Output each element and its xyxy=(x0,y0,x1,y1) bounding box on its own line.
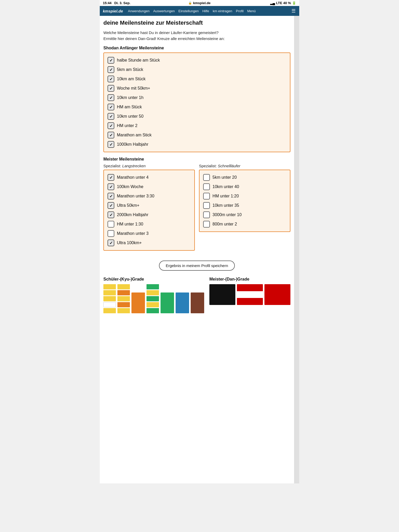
milestone-item[interactable]: Ultra 50km+ xyxy=(108,201,191,210)
belt-brown xyxy=(191,292,204,313)
status-right: ▂▄ LTE 40 % 🔋 xyxy=(270,1,296,5)
stripe-y2 xyxy=(117,296,130,301)
milestone-label: 1000km Halbjahr xyxy=(117,142,148,147)
milestone-item[interactable]: HM unter 1:30 xyxy=(108,220,191,229)
network-type: LTE xyxy=(276,1,282,5)
status-time: 15:44 Di. 3. Sep. xyxy=(103,1,130,5)
milestone-label: 800m unter 2 xyxy=(212,222,237,227)
status-bar: 15:44 Di. 3. Sep. 🔒 kmspiel.de ▂▄ LTE 40… xyxy=(100,0,299,6)
checkbox-4[interactable] xyxy=(108,94,114,101)
belt-red xyxy=(264,284,290,305)
milestone-label: Ultra 50km+ xyxy=(117,203,139,208)
nav-anwendungen[interactable]: Anwendungen xyxy=(126,7,151,15)
schnelllaeufer-label: Spezialist: Schnellläufer xyxy=(199,164,290,168)
stripe-yellow3 xyxy=(103,296,116,301)
milestone-item[interactable]: Marathon am Stick xyxy=(108,130,286,140)
main-content: deine Meilensteine zur Meisterschaft Wel… xyxy=(100,16,294,483)
checkbox-1[interactable] xyxy=(108,66,114,73)
checkbox-0[interactable] xyxy=(108,174,114,181)
checkbox-3[interactable] xyxy=(203,202,210,209)
checkbox-9[interactable] xyxy=(108,141,114,148)
checkbox-5[interactable] xyxy=(203,221,210,228)
milestone-label: 5km unter 20 xyxy=(212,175,237,180)
checkbox-0[interactable] xyxy=(203,174,210,181)
milestone-item[interactable]: 800m unter 2 xyxy=(203,220,286,229)
save-profile-button[interactable]: Ergebnis in meinem Profil speichern xyxy=(159,261,235,271)
milestone-label: Marathon unter 4 xyxy=(117,175,149,180)
milestone-label: Ultra 100km+ xyxy=(117,241,142,245)
milestone-item[interactable]: Ultra 100km+ xyxy=(108,238,191,248)
checkbox-2[interactable] xyxy=(108,193,114,200)
meister-section: Meister Meilensteine Spezialist: Langstr… xyxy=(103,157,290,255)
belt-orange xyxy=(131,292,145,313)
milestone-item[interactable]: 1000km Halbjahr xyxy=(108,140,286,149)
milestone-item[interactable]: Woche mit 50km+ xyxy=(108,84,286,93)
meister-grade-col: Meister-(Dan-)Grade xyxy=(209,277,290,313)
nav-profil[interactable]: Profil xyxy=(234,7,245,15)
milestone-item[interactable]: 10km unter 50 xyxy=(108,112,286,121)
page-layout: deine Meilensteine zur Meisterschaft Wel… xyxy=(100,16,299,483)
checkbox-6[interactable] xyxy=(108,113,114,120)
right-sidebar xyxy=(294,16,299,483)
schnelllaeufer-italic: Schnellläufer xyxy=(218,164,241,168)
nav-km-eintragen[interactable]: km eintragen xyxy=(211,7,234,15)
checkbox-7[interactable] xyxy=(108,122,114,129)
shodan-items-container: halbe Stunde am Stück5km am Stück10km am… xyxy=(108,56,286,149)
hamburger-icon[interactable]: ☰ xyxy=(290,6,297,16)
langstrecken-col: Spezialist: Langstrecken Marathon unter … xyxy=(103,164,195,255)
checkbox-2[interactable] xyxy=(108,76,114,82)
checkbox-8[interactable] xyxy=(108,132,114,138)
checkbox-1[interactable] xyxy=(108,183,114,190)
nav-menue[interactable]: Menü xyxy=(245,7,258,15)
milestone-item[interactable]: Marathon unter 3:30 xyxy=(108,191,191,201)
milestone-item[interactable]: Marathon unter 4 xyxy=(108,173,191,182)
checkbox-2[interactable] xyxy=(203,193,210,200)
milestone-item[interactable]: halbe Stunde am Stück xyxy=(108,56,286,65)
milestone-item[interactable]: 10km unter 1h xyxy=(108,93,286,102)
milestone-item[interactable]: 10km am Stück xyxy=(108,74,286,84)
nav-einstellungen[interactable]: Einstellungen xyxy=(177,7,201,15)
milestone-label: 10km unter 1h xyxy=(117,95,143,100)
milestone-item[interactable]: 5km unter 20 xyxy=(203,173,286,182)
schueler-grade-title: Schüler-(Kyu-)Grade xyxy=(103,277,204,282)
milestone-label: 2000km Halbjahr xyxy=(117,212,148,217)
checkbox-5[interactable] xyxy=(108,221,114,228)
checkbox-7[interactable] xyxy=(108,240,114,246)
milestone-label: 100km Woche xyxy=(117,184,143,189)
milestone-item[interactable]: 2000km Halbjahr xyxy=(108,210,191,220)
checkbox-4[interactable] xyxy=(203,211,210,218)
milestone-item[interactable]: 10km unter 40 xyxy=(203,182,286,191)
milestone-item[interactable]: 100km Woche xyxy=(108,182,191,191)
checkbox-4[interactable] xyxy=(108,211,114,218)
stripe-y1 xyxy=(117,284,130,289)
url-bar: 🔒 kmspiel.de xyxy=(188,1,210,5)
page-title: deine Meilensteine zur Meisterschaft xyxy=(103,19,290,26)
milestone-item[interactable]: HM unter 2 xyxy=(108,121,286,130)
milestone-item[interactable]: HM am Stück xyxy=(108,102,286,112)
schnelllaeufer-items-container: 5km unter 2010km unter 40HM unter 1:2010… xyxy=(203,173,286,229)
milestone-label: HM unter 2 xyxy=(117,123,137,128)
stripe-g1 xyxy=(147,284,159,289)
checkbox-3[interactable] xyxy=(108,85,114,92)
time-display: 15:44 xyxy=(103,1,111,5)
brand-logo[interactable]: kmspiel.de xyxy=(102,7,124,15)
checkbox-1[interactable] xyxy=(203,183,210,190)
milestone-item[interactable]: 10km unter 35 xyxy=(203,201,286,210)
milestone-label: Marathon unter 3:30 xyxy=(117,194,154,198)
nav-auswertungen[interactable]: Auswertungen xyxy=(151,7,177,15)
meister-section-title: Meister Meilensteine xyxy=(103,157,290,162)
milestone-item[interactable]: Marathon unter 3 xyxy=(108,229,191,238)
milestone-item[interactable]: 5km am Stück xyxy=(108,65,286,74)
schueler-grade-col: Schüler-(Kyu-)Grade xyxy=(103,277,204,313)
checkbox-6[interactable] xyxy=(108,230,114,237)
stripe-g2 xyxy=(147,296,159,301)
stripe-gy1 xyxy=(147,290,159,295)
checkbox-5[interactable] xyxy=(108,104,114,110)
checkbox-0[interactable] xyxy=(108,57,114,64)
milestone-item[interactable]: HM unter 1:20 xyxy=(203,191,286,201)
nav-hilfe[interactable]: Hilfe xyxy=(201,7,211,15)
milestone-item[interactable]: 3000m unter 10 xyxy=(203,210,286,220)
milestone-label: 3000m unter 10 xyxy=(212,212,242,217)
checkbox-3[interactable] xyxy=(108,202,114,209)
battery-level: 40 % xyxy=(283,1,291,5)
